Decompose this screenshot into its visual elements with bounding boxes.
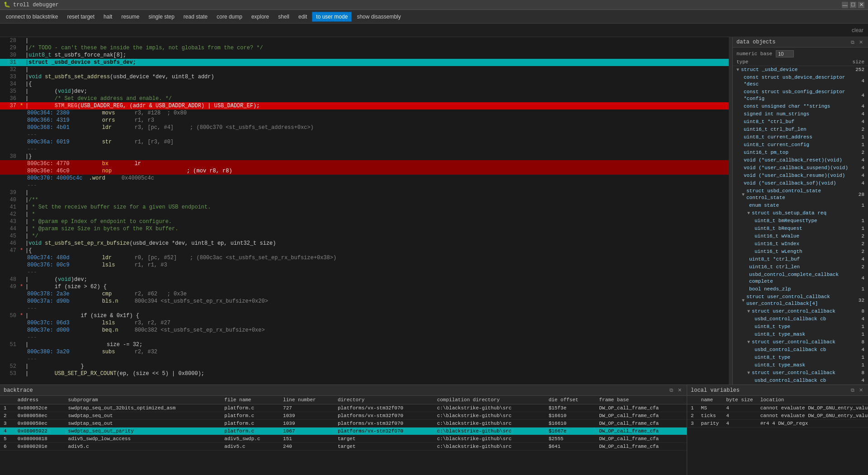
panel-close-button[interactable]: ✕ (858, 39, 864, 45)
table-row[interactable]: 2ticks4cannot evaluate DW_OP_GNU_entry_v… (687, 412, 868, 420)
tree-item-size: 4 (861, 165, 864, 171)
backtrace-table-container[interactable]: address subprogram file name line number… (0, 396, 687, 475)
data-objects-content[interactable]: numeric base type size ▼struct _usbd_dev… (733, 48, 868, 385)
resume-button[interactable]: resume (117, 12, 143, 22)
tree-expand-icon: ▼ (747, 370, 750, 376)
data-objects-tree-item[interactable]: const struct usb_device_descriptor *desc… (733, 74, 868, 88)
tree-item-size: 8 (861, 370, 864, 376)
data-objects-tree-item[interactable]: uint8_t bmRequestType1 (733, 217, 868, 225)
reset-target-button[interactable]: reset target (63, 12, 99, 22)
data-objects-tree-item[interactable]: uint16_t wIndex2 (733, 240, 868, 248)
data-objects-tree-item[interactable]: uint8_t current_config1 (733, 141, 868, 149)
data-objects-tree-item[interactable]: ▼struct usb_setup_data req (733, 209, 868, 217)
tree-item-size: 8 (861, 339, 864, 346)
tree-item-name: usbd_control_complete_callback complete (749, 271, 861, 285)
edit-button[interactable]: edit (294, 12, 311, 22)
tree-item-name: void (*user_callback_sof)(void) (744, 180, 836, 187)
cell-compdir: c:\blackstrike-github\src (434, 404, 545, 412)
table-row[interactable]: 30x080058ecswdptap_seq_outplatform.c1039… (0, 420, 687, 428)
col-dieoffset: die offset (545, 396, 595, 404)
cell-compdir: c:\blackstrike-github\src (434, 435, 545, 443)
data-objects-tree-item[interactable]: uint8_t current_address1 (733, 133, 868, 141)
minimize-button[interactable]: — (842, 2, 848, 8)
data-objects-tree-item[interactable]: void (*user_callback_reset)(void)4 (733, 157, 868, 164)
data-objects-tree-item[interactable]: uint8_t *ctrl_buf4 (733, 118, 868, 126)
data-objects-tree-item[interactable]: ▼struct usbd_control_state control_state… (733, 187, 868, 202)
cell-subprogram: adiv5.c (65, 443, 221, 451)
data-objects-tree-item[interactable]: uint8_t bRequest1 (733, 225, 868, 233)
panel-float-button[interactable]: ⧉ (849, 39, 856, 45)
data-objects-tree-item[interactable]: uint8_t type_mask1 (733, 331, 868, 338)
data-objects-tree-item[interactable]: usbd_control_complete_callback complete4 (733, 271, 868, 285)
to-user-mode-button[interactable]: to user mode (312, 12, 352, 22)
table-row[interactable]: 50x08000818adiv5_swdp_low_accessadiv5_sw… (0, 435, 687, 443)
code-scrollbar[interactable] (729, 37, 732, 385)
table-row[interactable]: 20x080058ecswdptap_seq_outplatform.c1039… (0, 412, 687, 420)
explore-button[interactable]: explore (247, 12, 273, 22)
row-index: 4 (0, 428, 14, 435)
data-objects-tree-item[interactable]: uint8_t type1 (733, 354, 868, 361)
code-line: 31 |struct _usbd_device st_usbfs_dev; (0, 59, 732, 66)
data-objects-tree-item[interactable]: uint16_t ctrl_buf_len2 (733, 126, 868, 133)
cell-subprogram: adiv5_swdp_low_access (65, 435, 221, 443)
data-objects-tree-item[interactable]: void (*user_callback_suspend)(void)4 (733, 164, 868, 172)
single-step-button[interactable]: single step (144, 12, 178, 22)
data-objects-tree-item[interactable]: uint8_t type1 (733, 323, 868, 331)
clear-button[interactable]: clear (849, 26, 866, 34)
data-objects-tree-item[interactable]: const unsigned char **strings4 (733, 103, 868, 110)
local-variables-table-container[interactable]: name byte size location 1MS4cannot evalu… (687, 396, 868, 475)
localvars-table-header: name byte size location (687, 396, 868, 404)
cell-compdir: c:\blackstrike-github\src (434, 412, 545, 420)
close-button[interactable]: ✕ (858, 2, 864, 8)
backtrace-float-button[interactable]: ⧉ (668, 387, 675, 393)
numeric-base-input[interactable] (776, 50, 794, 57)
data-objects-tree-item[interactable]: void (*user_callback_sof)(void)4 (733, 180, 868, 187)
cell-subprogram: swdptap_seq_out_32bits_optimized_asm (65, 404, 221, 412)
table-row[interactable]: 40x08005922swdptap_seq_out_parityplatfor… (0, 428, 687, 435)
data-objects-tree-item[interactable]: ▼struct user_control_callback8 (733, 369, 868, 377)
col-filename: file name (221, 396, 279, 404)
table-row[interactable]: 1MS4cannot evaluate DW_OP_GNU_entry_valu… (687, 404, 868, 412)
halt-button[interactable]: halt (99, 12, 116, 22)
code-line-asm: 800c380: 3a20 subs r2, #32 (0, 348, 732, 356)
core-dump-button[interactable]: core dump (212, 12, 246, 22)
code-line: 43 | * @param ep Index of endpoint to co… (0, 218, 732, 225)
table-row[interactable]: 10x080052ceswdptap_seq_out_32bits_optimi… (0, 404, 687, 412)
data-objects-tree-item[interactable]: enum state1 (733, 202, 868, 209)
data-objects-tree-item[interactable]: uint16_t wValue2 (733, 233, 868, 240)
show-disassembly-button[interactable]: show disassembly (353, 12, 405, 22)
tree-item-size: 1 (861, 286, 864, 293)
connect-button[interactable]: connect to blackstrike (2, 12, 62, 22)
data-objects-tree-item[interactable]: uint8_t type_mask1 (733, 361, 868, 369)
data-objects-tree-item[interactable]: ▼struct user_control_callback8 (733, 338, 868, 346)
col-subprogram: subprogram (65, 396, 221, 404)
code-scroll[interactable]: 28 | 29 |/* TODO - can't these be inside… (0, 37, 732, 385)
shell-button[interactable]: shell (274, 12, 293, 22)
localvars-float-button[interactable]: ⧉ (849, 387, 856, 393)
localvars-close-button[interactable]: ✕ (858, 387, 864, 393)
data-objects-tree-item[interactable]: uint16_t pm_top2 (733, 149, 868, 157)
data-objects-tree-item[interactable]: ▼struct user_control_callback user_contr… (733, 293, 868, 308)
tree-expand-icon: ▼ (747, 308, 750, 315)
search-input[interactable] (2, 27, 849, 33)
data-objects-tree-item[interactable]: uint16_t wLength2 (733, 248, 868, 256)
maximize-button[interactable]: ☐ (850, 2, 856, 8)
data-objects-tree-item[interactable]: ▼struct user_control_callback8 (733, 308, 868, 315)
data-objects-tree-item[interactable]: usbd_control_callback cb4 (733, 377, 868, 385)
data-objects-tree-item[interactable]: usbd_control_callback cb4 (733, 315, 868, 323)
table-row[interactable]: 60x0800201eadiv5.cadiv5.c240targetc:\bla… (0, 443, 687, 451)
backtrace-close-button[interactable]: ✕ (676, 387, 683, 393)
data-objects-tree-item[interactable]: bool needs_zlp1 (733, 285, 868, 293)
tree-item-size: 1 (861, 202, 864, 209)
data-objects-tree-item[interactable]: void (*user_callback_resume)(void)4 (733, 172, 868, 180)
read-state-button[interactable]: read state (179, 12, 212, 22)
table-row[interactable]: 3parity4#r4 4 DW_OP_regx (687, 420, 868, 428)
code-line-asm: 800c370: 40005c4c .word 0x40005c4c (0, 175, 732, 182)
data-objects-tree-item[interactable]: uint16_t ctrl_len2 (733, 263, 868, 271)
data-objects-tree-item[interactable]: uint8_t *ctrl_buf4 (733, 256, 868, 263)
data-objects-tree-item[interactable]: signed int num_strings4 (733, 110, 868, 118)
tree-expand-icon: ▼ (736, 66, 739, 73)
data-objects-tree-item[interactable]: const struct usb_config_descriptor *conf… (733, 88, 868, 103)
data-objects-tree-item[interactable]: ▼struct _usbd_device252 (733, 66, 868, 74)
data-objects-tree-item[interactable]: usbd_control_callback cb4 (733, 346, 868, 354)
